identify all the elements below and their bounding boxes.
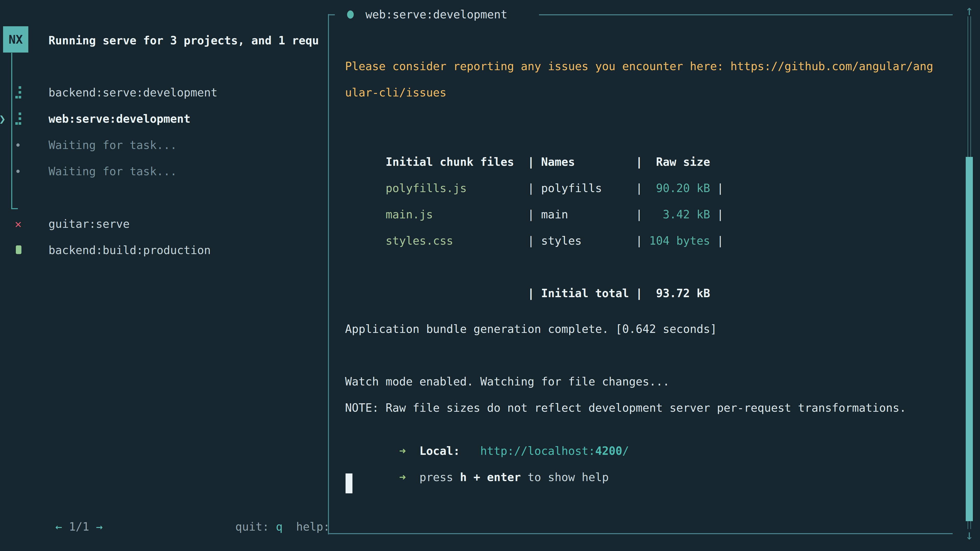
chunk-file-name: styles.css bbox=[386, 232, 528, 249]
help-hint-label: help: bbox=[296, 520, 328, 533]
quit-hint-label: quit: bbox=[235, 520, 269, 533]
table-row: styles.css|styles|104 bytes| bbox=[345, 216, 724, 232]
sidebar-item-backend-serve[interactable]: backend:serve:development bbox=[48, 84, 218, 101]
running-bullet-icon bbox=[347, 11, 354, 19]
page-title: Running serve for 3 projects, and 1 requ bbox=[48, 32, 319, 49]
waiting-dot-icon bbox=[16, 143, 20, 147]
row-end-divider: | bbox=[710, 232, 724, 249]
sidebar-item-waiting-2: Waiting for task... bbox=[48, 163, 177, 180]
sidebar-item-backend-build[interactable]: backend:build:production bbox=[48, 242, 211, 259]
chunk-raw-size: 104 bytes bbox=[643, 232, 710, 249]
scroll-down-arrow-icon[interactable]: ↓ bbox=[962, 527, 977, 543]
output-panel-title: web:serve:development bbox=[366, 6, 508, 23]
chunk-name: styles bbox=[535, 232, 636, 249]
column-divider: | bbox=[636, 232, 642, 249]
initial-total-label: Initial total bbox=[535, 285, 636, 302]
local-server-line: ➜Local:http://localhost:4200/ bbox=[345, 426, 629, 443]
selected-task-caret-icon: ❯ bbox=[0, 110, 6, 127]
nx-terminal-ui: NX Running serve for 3 projects, and 1 r… bbox=[0, 0, 980, 551]
arrow-right-icon: ➜ bbox=[399, 471, 406, 484]
column-divider: | bbox=[636, 285, 642, 302]
sidebar-item-waiting-1: Waiting for task... bbox=[48, 137, 177, 154]
column-divider: | bbox=[528, 232, 534, 249]
page-next-arrow[interactable]: → bbox=[96, 520, 103, 533]
success-square-icon bbox=[16, 245, 21, 254]
page-prev-arrow[interactable]: ← bbox=[56, 520, 62, 533]
panel-border-bottom bbox=[328, 533, 953, 534]
table-total-row: |Initial total|93.72 kB bbox=[345, 268, 710, 285]
help-hint-post: to show help bbox=[528, 471, 609, 484]
page-indicator: 1/1 bbox=[69, 520, 89, 533]
nx-logo: NX bbox=[3, 26, 28, 52]
task-list-panel: NX Running serve for 3 projects, and 1 r… bbox=[0, 0, 328, 551]
pagination: ←1/1→ bbox=[15, 502, 103, 518]
table-row: polyfills.js|polyfills|90.20 kB| bbox=[345, 163, 724, 180]
issue-report-notice-line2: ular-cli/issues bbox=[345, 84, 446, 101]
quit-key: q bbox=[276, 520, 283, 533]
panel-border-left bbox=[328, 14, 329, 534]
waiting-dot-icon bbox=[16, 170, 20, 173]
terminal-cursor bbox=[345, 473, 352, 493]
raw-size-note: NOTE: Raw file sizes do not reflect deve… bbox=[345, 400, 906, 416]
sidebar-item-web-serve[interactable]: web:serve:development bbox=[48, 110, 190, 127]
task-tree-guide-line bbox=[11, 53, 12, 209]
help-hint-line: ➜pressh + enterto show help bbox=[345, 452, 609, 469]
table-header-row: Initial chunk files|Names|Raw size bbox=[345, 137, 710, 154]
spinner-icon bbox=[15, 86, 22, 99]
column-divider: | bbox=[528, 285, 534, 302]
issue-report-notice-line1: Please consider reporting any issues you… bbox=[345, 58, 933, 75]
help-hint-pre: press bbox=[419, 471, 453, 484]
table-row: main.js|main|3.42 kB| bbox=[345, 189, 724, 206]
scrollbar-thumb[interactable] bbox=[966, 157, 973, 521]
help-hint-keys: h + enter bbox=[460, 471, 520, 484]
watch-mode-message: Watch mode enabled. Watching for file ch… bbox=[345, 373, 670, 390]
keybinding-hints: quit:qhelp:? bbox=[195, 502, 328, 518]
initial-total-size: 93.72 kB bbox=[643, 285, 710, 302]
bundle-complete-message: Application bundle generation complete. … bbox=[345, 321, 717, 338]
spinner-icon bbox=[15, 113, 22, 125]
failed-x-icon: ✕ bbox=[15, 216, 22, 232]
task-tree-guide-corner bbox=[11, 208, 18, 209]
sidebar-item-guitar-serve[interactable]: guitar:serve bbox=[48, 216, 130, 232]
